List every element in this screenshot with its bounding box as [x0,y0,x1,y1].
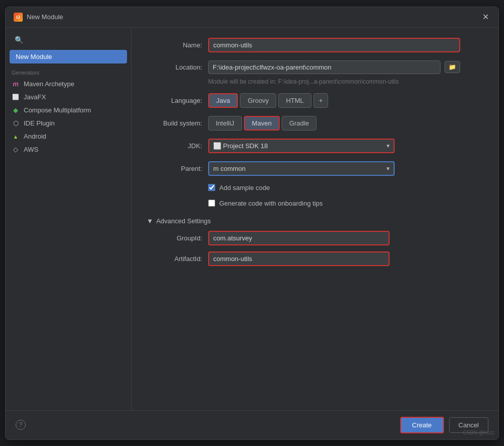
location-row: Location: 📁 [147,60,483,74]
sidebar: 🔍 New Module Generators m Maven Archetyp… [6,28,132,410]
language-label: Language: [147,97,202,104]
main-content: Name: Location: 📁 Module will be created… [132,28,498,410]
artifactid-row: ArtifactId: [147,251,483,266]
sidebar-item-ide-plugin[interactable]: ⬡ IDE Plugin [6,117,131,130]
generators-label: Generators [6,66,131,78]
parent-row: Parent: m common None ▼ [147,161,483,176]
new-module-dialog: IJ New Module ✕ 🔍 New Module Generators … [5,7,499,440]
name-input[interactable] [208,38,460,52]
language-row: Language: Java Groovy HTML + [147,93,483,108]
dialog-title: New Module [27,13,480,21]
ide-plugin-icon: ⬡ [12,119,20,128]
language-buttons: Java Groovy HTML + [208,93,328,108]
javafx-label: JavaFX [24,93,46,101]
compose-icon: ◆ [12,106,20,114]
ide-plugin-label: IDE Plugin [24,119,54,127]
create-button[interactable]: Create [400,417,444,433]
name-label: Name: [147,41,202,49]
build-maven-btn[interactable]: Maven [244,116,280,131]
sidebar-item-compose[interactable]: ◆ Compose Multiplatform [6,104,131,117]
advanced-content: GroupId: ArtifactId: [147,231,483,266]
advanced-chevron-icon: ▼ [147,217,153,225]
sidebar-item-javafx[interactable]: ⬜ JavaFX [6,91,131,104]
build-intellij-btn[interactable]: IntelliJ [208,116,242,131]
aws-label: AWS [24,146,38,153]
advanced-toggle[interactable]: ▼ Advanced Settings [147,217,483,225]
language-html-btn[interactable]: HTML [278,93,311,108]
language-java-btn[interactable]: Java [208,93,238,108]
module-path-hint: Module will be created in: F:\idea-proj.… [208,78,483,85]
language-groovy-btn[interactable]: Groovy [240,93,276,108]
advanced-section: ▼ Advanced Settings GroupId: ArtifactId: [147,217,483,266]
dialog-body: 🔍 New Module Generators m Maven Archetyp… [6,28,498,410]
browse-button[interactable]: 📁 [445,61,460,73]
new-module-item[interactable]: New Module [10,50,127,63]
build-gradle-btn[interactable]: Gradle [282,116,317,131]
add-sample-code-label[interactable]: Add sample code [219,184,270,192]
close-button[interactable]: ✕ [480,12,490,22]
folder-icon: 📁 [449,63,456,71]
search-icon: 🔍 [15,36,23,44]
add-sample-code-row: Add sample code [208,184,483,192]
android-icon: ▲ [12,133,20,141]
jdk-row: JDK: ⬜ Project SDK 18 JDK 17 JDK 11 ▼ [147,139,483,153]
aws-icon: ◇ [12,146,20,154]
maven-label: Maven Archetype [24,80,74,88]
help-button[interactable]: ? [16,420,26,430]
parent-select-wrapper: m common None ▼ [208,161,395,176]
build-system-buttons: IntelliJ Maven Gradle [208,116,317,131]
groupid-label: GroupId: [147,234,202,242]
generate-onboarding-row: Generate code with onboarding tips [208,200,483,207]
jdk-select[interactable]: ⬜ Project SDK 18 JDK 17 JDK 11 [208,139,395,153]
javafx-icon: ⬜ [12,93,20,101]
jdk-label: JDK: [147,142,202,150]
name-row: Name: [147,38,483,52]
add-sample-code-checkbox[interactable] [208,184,215,191]
groupid-row: GroupId: [147,231,483,245]
parent-label: Parent: [147,165,202,172]
generate-onboarding-label[interactable]: Generate code with onboarding tips [219,200,323,207]
language-add-btn[interactable]: + [313,93,329,108]
groupid-input[interactable] [208,231,390,245]
sidebar-item-aws[interactable]: ◇ AWS [6,143,131,156]
build-system-label: Build system: [147,119,202,127]
generate-onboarding-checkbox[interactable] [208,200,215,207]
jdk-select-wrapper: ⬜ Project SDK 18 JDK 17 JDK 11 ▼ [208,139,395,153]
artifactid-label: ArtifactId: [147,255,202,263]
location-label: Location: [147,63,202,71]
maven-icon: m [12,80,20,88]
location-input[interactable] [208,60,440,74]
app-icon: IJ [14,13,23,22]
parent-select[interactable]: m common None [208,161,395,176]
build-system-row: Build system: IntelliJ Maven Gradle [147,116,483,131]
sidebar-item-maven-archetype[interactable]: m Maven Archetype [6,78,131,91]
title-bar: IJ New Module ✕ [6,7,498,28]
dialog-footer: ? Create Cancel [6,410,498,439]
artifactid-input[interactable] [208,251,390,266]
advanced-label: Advanced Settings [156,217,211,225]
search-bar: 🔍 [10,34,127,46]
android-label: Android [24,133,46,140]
watermark: CSDN @hnzz [463,430,494,435]
compose-label: Compose Multiplatform [24,106,91,114]
sidebar-item-android[interactable]: ▲ Android [6,130,131,143]
